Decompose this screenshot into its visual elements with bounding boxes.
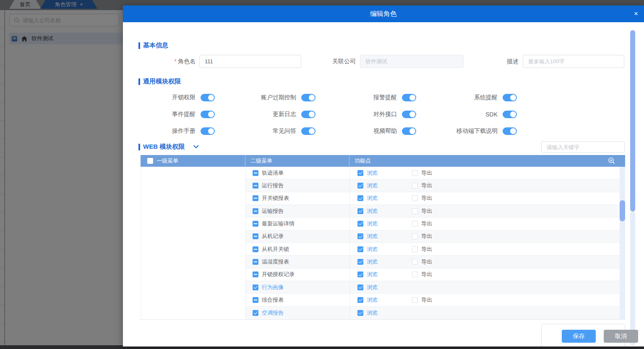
description-input[interactable] [523,55,624,68]
menu-cell: 综合报表 [246,294,350,306]
toggle-switch[interactable] [503,127,517,135]
toggle-label: 对外接口 [373,111,397,118]
toggle-switch[interactable] [503,111,517,118]
menu-checkbox[interactable] [253,170,258,176]
toggle-knob [309,111,315,117]
feature-checkbox[interactable] [412,246,418,252]
menu-cell: 温湿度报表 [246,256,350,268]
toggle-cell: 移动端下载说明 [416,123,517,140]
menu-checkbox[interactable] [253,284,258,290]
cancel-button[interactable]: 取消 [604,330,638,343]
toggle-switch[interactable] [201,94,215,101]
toggle-knob [409,128,415,134]
table-scrollbar-thumb[interactable] [620,200,625,221]
chevron-down-icon[interactable] [193,143,199,148]
feature-item: 导出 [412,194,432,202]
save-button[interactable]: 保存 [562,330,596,343]
toggle-switch[interactable] [402,94,416,101]
menu-checkbox[interactable] [253,233,258,239]
toggle-switch[interactable] [402,127,416,135]
feature-label: 浏览 [367,271,378,278]
toggle-knob [208,111,214,117]
feature-checkbox[interactable] [357,310,363,316]
feature-checkbox[interactable] [357,284,363,290]
menu-checkbox[interactable] [253,208,258,214]
modal-header: 编辑角色 × [123,5,644,22]
menu-label: 从机开关锁 [262,246,289,253]
feature-checkbox[interactable] [412,271,418,277]
role-name-input[interactable] [199,55,301,68]
toggle-switch[interactable] [301,94,315,101]
toggle-cell: 对外接口 [315,106,416,123]
toggle-label: SDK [485,111,498,118]
table-row: 温湿度报表浏览导出 [246,256,625,268]
features-cell: 浏览 [350,307,625,319]
modal-scrollbar-thumb[interactable] [630,30,635,212]
feature-checkbox[interactable] [357,259,363,265]
toggle-switch[interactable] [402,111,416,118]
menu-checkbox[interactable] [253,271,258,277]
feature-checkbox[interactable] [412,221,418,227]
toggle-cell: 视频帮助 [315,123,416,140]
menu-checkbox[interactable] [253,183,258,189]
feature-checkbox[interactable] [357,170,363,176]
table-header: 一级菜单 二级菜单 功能点 [141,155,625,167]
feature-checkbox[interactable] [357,271,363,277]
feature-checkbox[interactable] [412,195,418,201]
menu-checkbox[interactable] [253,297,258,303]
feature-checkbox[interactable] [357,183,363,189]
feature-checkbox[interactable] [357,221,363,227]
feature-checkbox[interactable] [412,297,418,303]
toggle-cell: 账户过期控制 [215,89,315,106]
toggle-cell: 更新日志 [215,106,315,123]
menu-checkbox[interactable] [253,221,258,227]
feature-label: 导出 [421,182,432,189]
feature-checkbox[interactable] [412,208,418,214]
feature-checkbox[interactable] [357,208,363,214]
feature-label: 浏览 [367,284,378,291]
feature-checkbox[interactable] [412,170,418,176]
menu-label: 温湿度报表 [262,258,289,266]
menu-checkbox[interactable] [253,310,258,316]
feature-checkbox[interactable] [412,183,418,189]
toggle-switch[interactable] [201,111,215,118]
feature-checkbox[interactable] [357,195,363,201]
modal-close-icon[interactable]: × [634,5,638,22]
menu-checkbox[interactable] [253,246,258,252]
modal-scrollbar-track [630,212,635,346]
menu-cell: 开锁授权记录 [246,269,350,281]
table-row: 空调报告浏览 [246,307,625,319]
feature-label: 浏览 [367,296,378,304]
table-rows: 轨迹清单浏览导出运行报告浏览导出开关锁报表浏览导出运输报告浏览导出最新运输详情浏… [246,167,625,319]
menu-label: 综合报表 [262,296,284,304]
section-accent-bar [138,42,140,49]
menu-checkbox[interactable] [253,195,258,201]
level1-merged-cell [141,167,246,319]
features-cell: 浏览导出 [350,205,625,217]
feature-label: 导出 [421,233,432,240]
feature-checkbox[interactable] [412,233,418,239]
feature-item: 浏览 [357,182,412,189]
feature-checkbox[interactable] [357,297,363,303]
feature-checkbox[interactable] [357,246,363,252]
features-cell: 浏览导出 [350,230,625,243]
zoom-in-icon[interactable] [608,157,615,164]
features-cell: 浏览导出 [350,167,625,179]
feature-item: 浏览 [357,169,412,177]
feature-label: 浏览 [367,233,378,240]
toggle-switch[interactable] [201,127,215,135]
menu-checkbox[interactable] [253,259,258,265]
toggle-cell: SDK [416,106,517,123]
toggle-switch[interactable] [503,94,517,101]
toggle-switch[interactable] [301,111,315,118]
feature-checkbox[interactable] [357,233,363,239]
select-all-checkbox[interactable] [147,158,153,164]
toggle-label: 视频帮助 [373,127,397,135]
header-cell-level2: 二级菜单 [245,155,349,167]
features-cell: 浏览导出 [350,269,625,281]
keyword-search-input[interactable] [541,141,625,153]
section-accent-bar [138,78,140,85]
feature-checkbox[interactable] [412,259,418,265]
toggle-switch[interactable] [301,127,315,135]
toggle-label: 常见问答 [273,127,296,135]
